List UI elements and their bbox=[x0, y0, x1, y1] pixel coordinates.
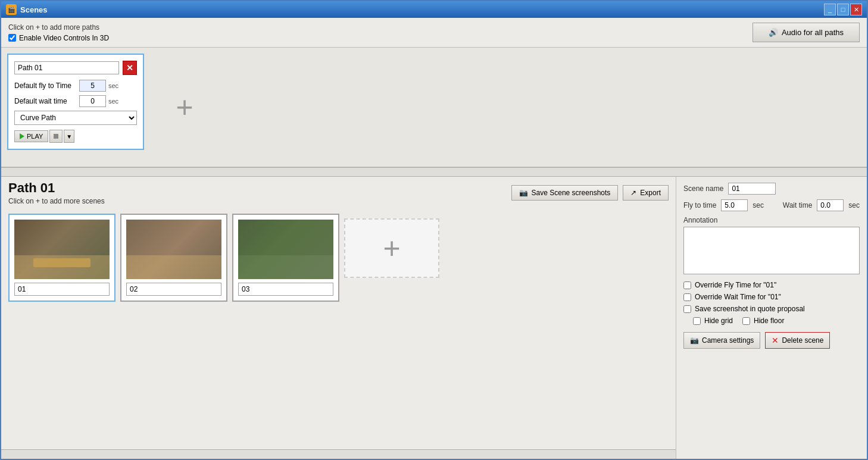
path-name-input[interactable] bbox=[14, 61, 119, 74]
room-table bbox=[33, 258, 90, 267]
fly-time-row: Default fly to Time sec bbox=[14, 80, 137, 92]
scene-card-1 bbox=[120, 214, 227, 302]
fly-to-time-label: Fly to time bbox=[683, 201, 716, 209]
wait-time-label-right: Wait time bbox=[783, 201, 813, 209]
play-button[interactable]: PLAY bbox=[14, 130, 48, 142]
hide-grid-label: Hide grid bbox=[704, 317, 733, 325]
camera-settings-button[interactable]: 📷 Camera settings bbox=[683, 332, 760, 349]
play-label: PLAY bbox=[27, 133, 43, 140]
scenes-area: Path 01 Click on + to add more scenes 📷 … bbox=[1, 177, 676, 459]
fly-time-input[interactable] bbox=[79, 80, 106, 92]
override-fly-label: Override Fly Time for "01" bbox=[695, 281, 776, 289]
scenes-actions: 📷 Save Scene screenshots ↗ Export bbox=[511, 185, 669, 201]
camera-icon: 📷 bbox=[690, 336, 699, 345]
annotation-label: Annotation bbox=[683, 216, 860, 224]
room-back-1 bbox=[126, 220, 221, 255]
thumb-content-2 bbox=[238, 220, 333, 279]
wait-time-field[interactable] bbox=[817, 199, 844, 211]
wait-time-row: Default wait time sec bbox=[14, 95, 137, 107]
minimize-button[interactable]: _ bbox=[824, 4, 836, 15]
room-back bbox=[14, 220, 110, 255]
app-icon: 🎬 bbox=[6, 4, 17, 15]
add-paths-hint: Click on + to add more paths bbox=[8, 23, 109, 32]
wait-time-unit: sec bbox=[848, 201, 860, 209]
delete-scene-label: Delete scene bbox=[782, 336, 823, 345]
scene-name-row: Scene name bbox=[683, 183, 860, 195]
right-panel: Scene name Fly to time sec Wait time sec… bbox=[676, 177, 867, 459]
path-type-select[interactable]: Curve Path Linear Path Smooth Path bbox=[14, 111, 137, 125]
stop-button[interactable] bbox=[49, 130, 63, 143]
override-wait-label: Override Wait Time for "01" bbox=[695, 293, 781, 301]
audio-all-paths-button[interactable]: 🔊 Audio for all paths bbox=[753, 23, 860, 42]
speaker-icon: 🔊 bbox=[769, 28, 778, 37]
camera-settings-label: Camera settings bbox=[702, 336, 754, 345]
export-button[interactable]: ↗ Export bbox=[623, 185, 669, 201]
audio-btn-label: Audio for all paths bbox=[782, 28, 844, 37]
scene-name-input-1[interactable] bbox=[126, 283, 221, 296]
add-scene-wrapper: + bbox=[344, 214, 451, 278]
add-path-button[interactable]: + bbox=[149, 54, 220, 161]
add-scene-button[interactable]: + bbox=[344, 218, 439, 278]
scene-name-label: Scene name bbox=[683, 184, 723, 193]
override-wait-row: Override Wait Time for "01" bbox=[683, 293, 860, 301]
scene-name-field[interactable] bbox=[728, 183, 776, 195]
scenes-grid: + bbox=[8, 214, 669, 302]
hide-grid-row: Hide grid bbox=[693, 317, 733, 325]
override-fly-row: Override Fly Time for "01" bbox=[683, 281, 860, 289]
delete-path-button[interactable]: ✕ bbox=[123, 61, 137, 75]
scenes-top-row: Path 01 Click on + to add more scenes 📷 … bbox=[1, 177, 676, 209]
top-bar-left: Click on + to add more paths Enable Vide… bbox=[8, 23, 109, 42]
play-controls: PLAY ▼ bbox=[14, 130, 137, 143]
stop-icon bbox=[54, 134, 58, 139]
room-floor-2 bbox=[238, 255, 333, 279]
scenes-header-left: Path 01 Click on + to add more scenes bbox=[8, 180, 105, 205]
save-screenshots-button[interactable]: 📷 Save Scene screenshots bbox=[511, 185, 619, 201]
delete-scene-button[interactable]: ✕ Delete scene bbox=[765, 332, 830, 349]
scenes-scroll: + bbox=[1, 209, 676, 449]
annotation-section: Annotation bbox=[683, 216, 860, 276]
wait-time-input[interactable] bbox=[79, 95, 106, 107]
action-buttons: 📷 Camera settings ✕ Delete scene bbox=[683, 332, 860, 349]
fly-wait-row: Fly to time sec Wait time sec bbox=[683, 199, 860, 211]
fly-time-label: Default fly to Time bbox=[14, 82, 77, 90]
scene-thumbnail-0 bbox=[14, 220, 110, 279]
path-scroll-container: ✕ Default fly to Time sec Default wait t… bbox=[7, 54, 861, 161]
video-controls-row: Enable Video Controls In 3D bbox=[8, 34, 109, 42]
thumb-content-1 bbox=[126, 220, 221, 279]
screenshot-icon: 📷 bbox=[519, 189, 528, 197]
play-icon bbox=[20, 133, 24, 139]
top-bar: Click on + to add more paths Enable Vide… bbox=[1, 18, 867, 48]
hide-grid-checkbox[interactable] bbox=[693, 317, 701, 325]
hide-floor-checkbox[interactable] bbox=[742, 317, 750, 325]
main-window: 🎬 Scenes _ □ ✕ Click on + to add more pa… bbox=[0, 0, 868, 460]
fly-time-unit: sec bbox=[108, 82, 118, 89]
override-checkboxes: Override Fly Time for "01" Override Wait… bbox=[683, 281, 860, 325]
annotation-textarea[interactable] bbox=[683, 227, 860, 274]
override-wait-checkbox[interactable] bbox=[683, 293, 691, 301]
play-dropdown-button[interactable]: ▼ bbox=[64, 130, 74, 143]
window-title: Scenes bbox=[20, 5, 824, 14]
window-controls: _ □ ✕ bbox=[824, 4, 862, 15]
override-fly-checkbox[interactable] bbox=[683, 281, 691, 289]
path-card-header: ✕ bbox=[14, 61, 137, 75]
maximize-button[interactable]: □ bbox=[837, 4, 849, 15]
hide-floor-row: Hide floor bbox=[742, 317, 784, 325]
chevron-down-icon: ▼ bbox=[66, 133, 72, 140]
title-bar: 🎬 Scenes _ □ ✕ bbox=[1, 1, 867, 18]
grid-floor-checkboxes: Hide grid Hide floor bbox=[693, 317, 860, 325]
fly-to-time-unit: sec bbox=[753, 201, 764, 209]
save-screenshot-checkbox[interactable] bbox=[683, 305, 691, 313]
path-scrollbar[interactable] bbox=[1, 167, 867, 177]
bottom-section: Path 01 Click on + to add more scenes 📷 … bbox=[1, 177, 867, 459]
wait-time-unit: sec bbox=[108, 98, 118, 105]
scenes-bottom-scrollbar[interactable] bbox=[1, 449, 676, 459]
close-button[interactable]: ✕ bbox=[850, 4, 862, 15]
save-screenshots-label: Save Scene screenshots bbox=[532, 189, 611, 197]
scene-thumbnail-1 bbox=[126, 220, 221, 279]
delete-icon: ✕ bbox=[772, 336, 779, 345]
fly-to-time-field[interactable] bbox=[721, 199, 748, 211]
export-label: Export bbox=[640, 189, 661, 197]
scene-name-input-0[interactable] bbox=[14, 283, 110, 296]
video-controls-checkbox[interactable] bbox=[8, 34, 16, 42]
scene-name-input-2[interactable] bbox=[238, 283, 333, 296]
